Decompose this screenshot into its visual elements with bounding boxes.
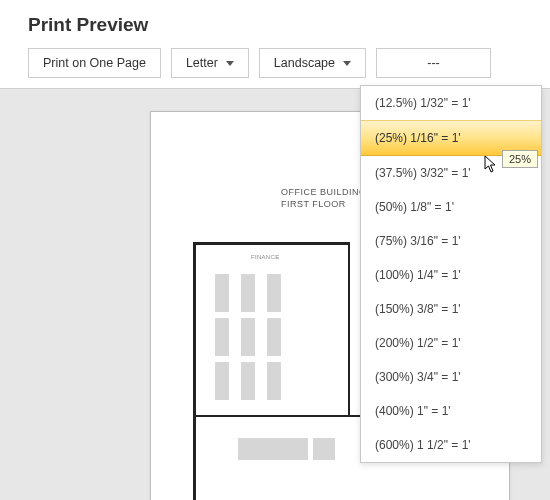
wall [348, 242, 350, 417]
plan-title-line2: FIRST FLOOR [281, 199, 346, 209]
desk [215, 362, 229, 400]
scale-option[interactable]: (50%) 1/8" = 1' [361, 190, 541, 224]
scale-label: --- [427, 56, 440, 70]
desk [267, 318, 281, 356]
desk [267, 274, 281, 312]
plan-title-line1: OFFICE BUILDING [281, 187, 367, 197]
wall [193, 242, 348, 245]
desk [241, 362, 255, 400]
desk [241, 318, 255, 356]
scale-dropdown-button[interactable]: --- [376, 48, 491, 78]
scale-option[interactable]: (600%) 1 1/2" = 1' [361, 428, 541, 462]
scale-option[interactable]: (100%) 1/4" = 1' [361, 258, 541, 292]
scale-option[interactable]: (150%) 3/8" = 1' [361, 292, 541, 326]
page-title: Print Preview [28, 14, 522, 36]
room-label: FINANCE [251, 254, 279, 260]
chevron-down-icon [343, 61, 351, 66]
furniture-block [238, 438, 308, 460]
desk-group [215, 274, 281, 400]
paper-size-label: Letter [186, 56, 218, 70]
scale-tooltip: 25% [502, 150, 538, 168]
scale-option[interactable]: (300%) 3/4" = 1' [361, 360, 541, 394]
orientation-dropdown[interactable]: Landscape [259, 48, 366, 78]
orientation-label: Landscape [274, 56, 335, 70]
print-one-page-label: Print on One Page [43, 56, 146, 70]
toolbar: Print on One Page Letter Landscape --- [28, 48, 522, 78]
scale-dropdown-menu: (12.5%) 1/32" = 1'(25%) 1/16" = 1'(37.5%… [360, 85, 542, 463]
desk [215, 274, 229, 312]
print-one-page-button[interactable]: Print on One Page [28, 48, 161, 78]
scale-option[interactable]: (200%) 1/2" = 1' [361, 326, 541, 360]
desk [215, 318, 229, 356]
furniture-block [313, 438, 335, 460]
scale-option[interactable]: (75%) 3/16" = 1' [361, 224, 541, 258]
wall [193, 242, 196, 500]
desk [267, 362, 281, 400]
scale-option[interactable]: (12.5%) 1/32" = 1' [361, 86, 541, 120]
scale-option[interactable]: (400%) 1" = 1' [361, 394, 541, 428]
desk [241, 274, 255, 312]
chevron-down-icon [226, 61, 234, 66]
paper-size-dropdown[interactable]: Letter [171, 48, 249, 78]
wall [193, 415, 348, 417]
plan-title: OFFICE BUILDING FIRST FLOOR [281, 187, 367, 210]
